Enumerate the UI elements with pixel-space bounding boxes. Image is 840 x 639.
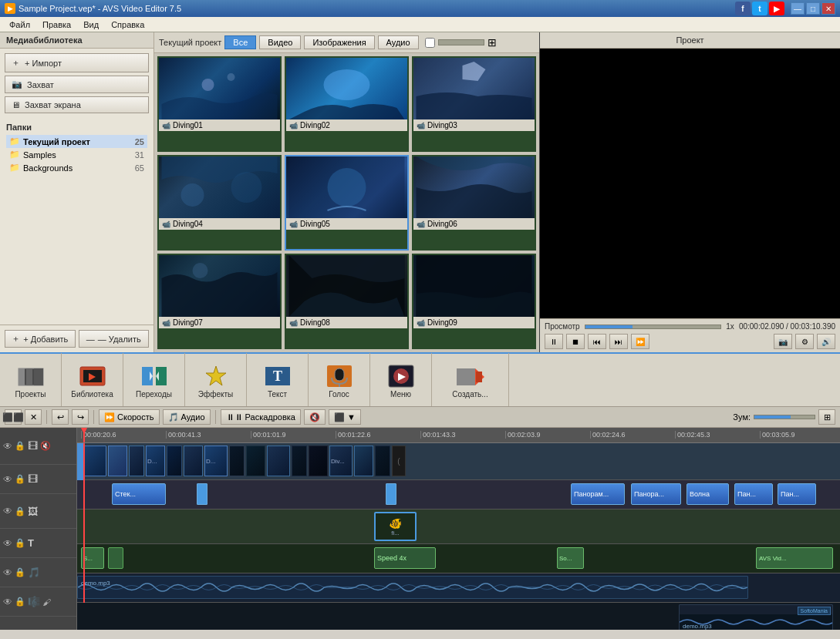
overlay-clip-volna[interactable]: Волна <box>687 483 729 505</box>
audio-button[interactable]: 🎵 Аудио <box>163 409 211 425</box>
tab-video[interactable]: Видео <box>259 35 301 49</box>
eye-icon[interactable]: 👁 <box>3 441 12 452</box>
tool-menu[interactable]: Меню <box>370 353 432 407</box>
image-clip-fish[interactable]: 🐠 fi... <box>374 512 417 541</box>
overlay-clip-pan3[interactable]: Пан... <box>734 483 773 505</box>
video-clip[interactable]: ( <box>392 446 406 476</box>
video-clip[interactable] <box>229 446 245 476</box>
facebook-icon[interactable]: f <box>735 2 751 15</box>
video-clip[interactable] <box>354 446 373 476</box>
video-clip[interactable]: D... <box>146 446 165 476</box>
eye-icon[interactable]: 👁 <box>3 567 12 578</box>
title-clip-small[interactable] <box>108 547 123 569</box>
tool-create[interactable]: Создать... <box>432 353 509 407</box>
media-thumb-diving02[interactable]: 📹 Diving02 <box>285 56 409 152</box>
video-clip[interactable] <box>246 446 265 476</box>
maximize-button[interactable]: □ <box>806 2 820 15</box>
video-clip[interactable] <box>108 446 127 476</box>
rewind-button[interactable]: ⏮ <box>588 334 606 349</box>
overlay-clip-steck[interactable]: Стек... <box>112 483 166 505</box>
overlay-clip-panora2[interactable]: Панора... <box>631 483 681 505</box>
tab-all[interactable]: Все <box>224 35 256 49</box>
eye-icon[interactable]: 👁 <box>3 474 12 485</box>
video-clip[interactable] <box>184 446 203 476</box>
speed-button[interactable]: ⏩ Скорость <box>99 409 160 425</box>
step-forward-button[interactable]: ⏩ <box>631 334 649 349</box>
preview-progress-bar[interactable] <box>585 325 722 329</box>
playhead[interactable] <box>83 428 85 442</box>
video-clip[interactable] <box>292 446 307 476</box>
media-slider[interactable] <box>438 39 484 45</box>
media-checkbox[interactable] <box>425 38 435 48</box>
overlay-clip-panoram[interactable]: Панорам... <box>571 483 625 505</box>
minimize-button[interactable]: — <box>791 2 805 15</box>
lock-icon[interactable]: 🔒 <box>15 597 25 607</box>
tab-audio[interactable]: Аудио <box>378 35 419 49</box>
fast-forward-button[interactable]: ⏭ <box>609 334 628 349</box>
lock-icon[interactable]: 🔒 <box>15 567 25 577</box>
eye-icon[interactable]: 👁 <box>3 538 12 549</box>
tool-effects[interactable]: Эффекты <box>185 353 247 407</box>
media-thumb-diving06[interactable]: 📹 Diving06 <box>412 155 536 251</box>
media-thumb-diving09[interactable]: 📹 Diving09 <box>412 254 536 349</box>
media-thumb-diving04[interactable]: 📹 Diving04 <box>157 155 282 251</box>
audio-clip-demo[interactable]: for(let i=0;i<435;i++){ document.current… <box>77 576 748 599</box>
import-button[interactable]: ＋ + Импорт <box>5 53 149 72</box>
video-clip[interactable] <box>309 446 328 476</box>
snap-button[interactable]: ⬛ ▼ <box>329 409 361 425</box>
delete-clip-button[interactable]: ✕ <box>25 409 42 425</box>
overlay-clip-small2[interactable] <box>386 483 396 505</box>
undo-button[interactable]: ↩ <box>52 409 69 425</box>
menu-edit[interactable]: Правка <box>36 17 77 32</box>
lock-icon[interactable]: 🔒 <box>15 538 25 548</box>
fit-timeline-button[interactable]: ⊞ <box>818 409 835 425</box>
media-thumb-diving03[interactable]: 📹 Diving03 <box>412 56 536 152</box>
tool-transitions[interactable]: Переходы <box>123 353 185 407</box>
add-button[interactable]: ＋ + Добавить <box>5 330 76 348</box>
lock-icon[interactable]: 🔒 <box>15 441 25 451</box>
video-clip[interactable] <box>167 446 182 476</box>
tool-projects[interactable]: Проекты <box>0 353 62 407</box>
title-clip-so[interactable]: So... <box>557 547 584 569</box>
menu-help[interactable]: Справка <box>105 17 150 32</box>
overlay-clip-small[interactable] <box>197 483 207 505</box>
folder-current-project[interactable]: 📁 Текущий проект 25 <box>6 135 147 148</box>
eye-icon[interactable]: 👁 <box>3 597 12 607</box>
settings-button[interactable]: ⚙ <box>795 334 814 349</box>
remove-button[interactable]: — — Удалить <box>79 330 150 348</box>
overlay-clip-pan4[interactable]: Пан... <box>778 483 816 505</box>
video-clip[interactable] <box>267 446 290 476</box>
folder-samples[interactable]: 📁 Samples 31 <box>6 148 147 161</box>
media-thumb-diving01[interactable]: 📹 Diving01 <box>157 56 282 152</box>
tab-images[interactable]: Изображения <box>304 35 374 49</box>
snapshot-button[interactable]: 📷 <box>774 334 792 349</box>
video-clip[interactable]: D... <box>204 446 228 476</box>
video-clip[interactable]: Div... <box>329 446 353 476</box>
menu-file[interactable]: Файл <box>3 17 36 32</box>
lock-icon[interactable]: 🔒 <box>15 474 25 484</box>
pause-button[interactable]: ⏸ <box>545 334 563 349</box>
screen-capture-button[interactable]: 🖥 Захват экрана <box>5 96 149 113</box>
media-thumb-diving07[interactable]: 📹 Diving07 <box>157 254 282 349</box>
media-thumb-diving05[interactable]: 📹 Diving05 <box>285 155 409 251</box>
title-clip-s[interactable]: S... <box>81 547 104 569</box>
youtube-icon[interactable]: ▶ <box>769 2 784 15</box>
video-clip[interactable] <box>83 446 106 476</box>
twitter-icon[interactable]: t <box>752 2 767 15</box>
storyboard-button[interactable]: ⏸⏸ Раскадровка <box>221 409 301 425</box>
stop-button[interactable]: ⏹ <box>566 334 585 349</box>
tool-library[interactable]: Библиотека <box>62 353 123 407</box>
lock-icon[interactable]: 🔒 <box>15 506 25 516</box>
eye-icon[interactable]: 👁 <box>3 506 12 516</box>
media-thumb-diving08[interactable]: 📹 Diving08 <box>285 254 409 349</box>
folder-backgrounds[interactable]: 📁 Backgrounds 65 <box>6 161 147 174</box>
title-clip-avs[interactable]: AVS Vid... <box>756 547 833 569</box>
grid-view-icon[interactable]: ⊞ <box>487 36 497 49</box>
timeline-scrollable[interactable]: 00:00:20.6 00:00:41.3 00:01:01.9 00:01:2… <box>77 428 840 630</box>
zoom-slider[interactable] <box>754 415 815 419</box>
music-clip-demo2[interactable]: demo.mp3 SoftoMania <box>679 604 833 630</box>
redo-button[interactable]: ↪ <box>72 409 89 425</box>
brush-icon[interactable]: 🖌 <box>42 597 51 607</box>
video-clip[interactable] <box>129 446 144 476</box>
video-clip[interactable] <box>375 446 390 476</box>
